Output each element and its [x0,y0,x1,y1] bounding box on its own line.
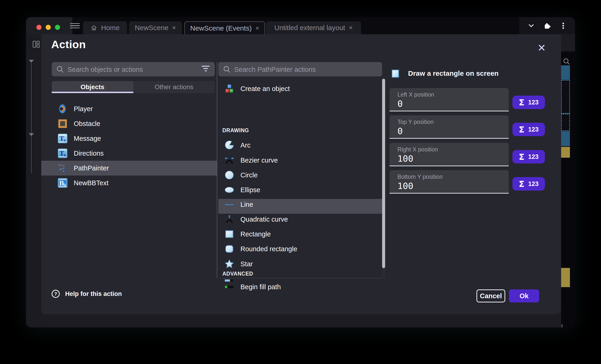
object-item-label: PathPainter [74,164,109,172]
help-link[interactable]: ? Help for this action [51,289,122,298]
tab-untitled-external-layout[interactable]: Untitled external layout × [266,21,361,34]
expression-editor-button[interactable]: Σ 123 [512,150,545,163]
sigma-icon: Σ [519,152,524,162]
field-right-x[interactable]: Right X position 100 [390,143,509,166]
action-item-label: Star [240,260,253,268]
action-item-label: Rounded rectangle [240,245,297,253]
clipped-action-icon [224,279,234,282]
events-sheet-edge: d... [561,51,575,327]
action-item-ellipse[interactable]: Ellipse [218,182,381,197]
action-item-rounded-rectangle[interactable]: Rounded rectangle [218,241,381,256]
sigma-icon: Σ [519,98,524,107]
tab-objects[interactable]: Objects [52,81,133,93]
objects-search-input[interactable] [67,62,182,77]
main-menu-icon[interactable] [70,22,80,29]
actions-search-input[interactable] [234,62,349,77]
cancel-button[interactable]: Cancel [477,289,505,302]
numeric-badge: 123 [528,180,539,188]
expression-editor-button[interactable]: Σ 123 [512,123,545,136]
field-top-y[interactable]: Top Y position 0 [390,115,509,139]
action-item-rectangle[interactable]: Rectangle [218,227,381,241]
column-divider [217,62,217,278]
action-item-line[interactable]: Line [218,197,381,212]
home-icon [90,24,97,31]
event-condition-block [561,65,570,80]
minimize-window-button[interactable] [46,25,51,30]
close-tab-icon[interactable]: × [349,25,352,31]
tab-label: Home [101,24,120,32]
chevron-down-icon[interactable] [527,22,535,30]
field-value[interactable]: 100 [397,153,413,164]
action-item-star[interactable]: Star [218,257,381,271]
object-item-pathpainter[interactable]: PathPainter [52,161,215,175]
search-icon[interactable] [562,57,571,65]
object-item-newbbtext[interactable]: B b NewBBText [52,175,215,190]
action-item-circle[interactable]: Circle [218,168,381,182]
extensions-puzzle-icon[interactable] [543,21,551,30]
search-icon [56,65,64,73]
project-manager-icon[interactable] [32,40,40,48]
rectangle-icon [224,229,234,239]
dialog-close-icon[interactable]: ✕ [535,41,549,55]
event-drop-zone [561,114,570,131]
tab-home[interactable]: Home [83,21,127,34]
action-item-label: Circle [240,171,258,179]
tab-other-actions[interactable]: Other actions [133,81,215,93]
actions-scrollbar[interactable] [382,78,385,278]
tab-label: NewScene (Events) [190,24,251,32]
field-value[interactable]: 100 [397,181,413,191]
action-item-label: Arc [240,142,251,149]
object-item-player[interactable]: Player [52,101,215,116]
zoom-window-button[interactable] [55,25,60,30]
create-object-icon [224,84,234,94]
event-condition-block [561,131,570,146]
event-expander-icon[interactable] [29,133,34,136]
object-item-obstacle[interactable]: Obstacle [52,116,215,131]
expression-editor-button[interactable]: Σ 123 [512,96,545,109]
tab-newscene-events[interactable]: NewScene (Events) × [184,21,265,35]
object-item-label: Directions [74,150,104,157]
dialog-footer: ? Help for this action Cancel Ok [41,289,561,303]
app-window: Home NewScene × NewScene (Events) × Unti… [26,17,575,327]
objects-column: Objects Other actions Player [52,62,215,282]
ok-button[interactable]: Ok [509,289,539,302]
action-item-label: Rectangle [240,230,271,238]
action-item-arc[interactable]: Arc [218,138,381,153]
object-item-message[interactable]: T x Message [52,131,215,146]
action-item-label: Quadratic curve [240,216,288,223]
kebab-menu-icon[interactable] [559,22,567,30]
action-item-label: Ellipse [240,186,260,194]
action-item-quadratic-curve[interactable]: Quadratic curve [218,212,381,227]
circle-icon [224,170,234,180]
sigma-icon: Σ [519,179,524,189]
rounded-rectangle-icon [224,244,234,254]
expression-editor-button[interactable]: Σ 123 [512,177,545,191]
svg-text:x: x [64,153,66,157]
path-painter-icon [58,163,68,173]
field-label: Right X position [397,146,438,153]
close-tab-icon[interactable]: × [172,25,176,31]
star-icon [224,259,234,269]
svg-text:T: T [60,150,64,157]
object-item-directions[interactable]: T x Directions [52,146,215,161]
section-header-advanced: ADVANCED [222,271,253,277]
event-expander-icon[interactable] [29,60,34,63]
field-bottom-y[interactable]: Bottom Y position 100 [390,170,509,194]
action-item-create-object[interactable]: Create an object [218,81,381,96]
field-value[interactable]: 0 [397,126,403,136]
close-tab-icon[interactable]: × [255,25,259,31]
event-tree-line [31,63,31,133]
action-item-label: Create an object [240,85,290,93]
event-tree-line [31,136,31,173]
field-value[interactable]: 0 [397,99,403,109]
filter-icon[interactable] [202,66,210,73]
dialog-title: Action [51,38,86,51]
close-window-button[interactable] [36,25,41,30]
action-item-bezier-curve[interactable]: Bezier curve [218,153,381,168]
tab-newscene[interactable]: NewScene × [129,21,182,34]
line-icon [224,199,234,210]
action-dialog: Action ✕ Objects Other acti [41,34,561,314]
numeric-badge: 123 [528,99,539,106]
scrollbar-thumb[interactable] [382,79,385,268]
field-left-x[interactable]: Left X position 0 [390,88,509,111]
